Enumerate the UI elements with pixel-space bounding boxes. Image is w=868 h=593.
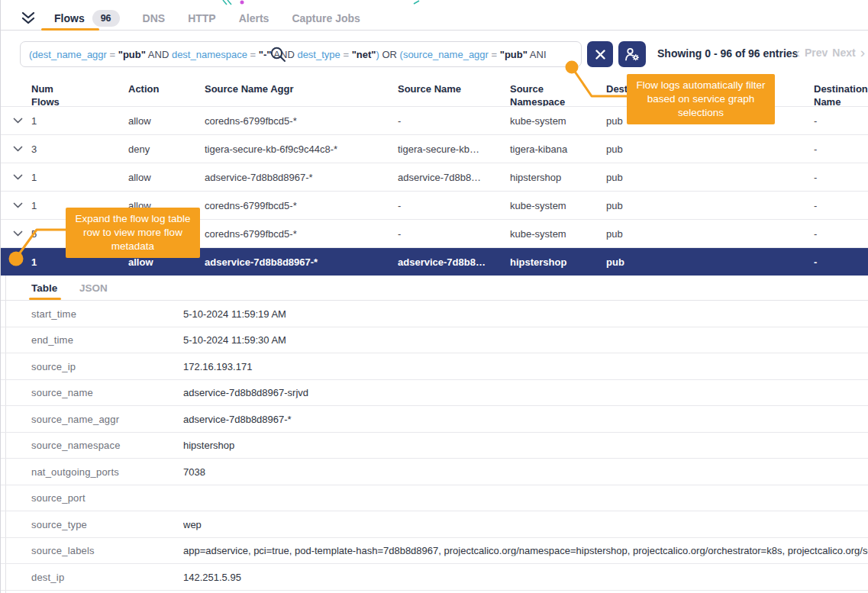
tab-dns[interactable]: DNS xyxy=(143,12,166,24)
query-token: dest_namespace xyxy=(172,49,247,60)
detail-value: 172.16.193.171 xyxy=(183,360,868,372)
query-token: AND xyxy=(148,49,169,60)
cell-destination-name: - xyxy=(814,115,817,127)
detail-tab-table[interactable]: Table xyxy=(31,282,57,294)
detail-row-source-name-aggr: source_name_aggradservice-7d8b8d8967-* xyxy=(1,406,868,433)
detail-key: end_time xyxy=(31,334,73,346)
cell-destination-name: - xyxy=(814,256,817,268)
tab-flows[interactable]: Flows96 xyxy=(54,10,120,27)
column-header-source-name: Source Name xyxy=(398,82,461,95)
detail-tabs: TableJSON xyxy=(1,276,868,301)
expand-row-icon[interactable] xyxy=(13,118,23,124)
cell-source-namespace: kube-system xyxy=(510,115,566,127)
tabs-container: Flows96DNSHTTPAlertsCapture Jobs xyxy=(54,10,383,27)
cell-source-name: - xyxy=(398,115,401,127)
search-icon[interactable] xyxy=(270,47,286,63)
tab-label: Capture Jobs xyxy=(292,12,360,24)
cell-dest-name-aggr: pub xyxy=(606,143,623,155)
filter-query-input[interactable]: (dest_name_aggr = "pub" AND dest_namespa… xyxy=(20,41,582,67)
next-button[interactable]: Next xyxy=(832,47,855,59)
detail-key: source_namespace xyxy=(31,440,121,451)
cell-source-name: adservice-7d8b8… xyxy=(398,256,486,268)
detail-tab-json[interactable]: JSON xyxy=(79,282,108,294)
flow-logs-tabbar: Flows96DNSHTTPAlertsCapture Jobs xyxy=(1,6,868,31)
clear-filter-button[interactable] xyxy=(587,41,613,67)
query-token: dest_name_aggr xyxy=(32,49,107,60)
detail-value: app=adservice, pci=true, pod-template-ha… xyxy=(183,545,868,556)
pagination: ‹ Prev Next › xyxy=(795,47,865,59)
query-token: "pub" xyxy=(500,49,528,60)
detail-key: source_type xyxy=(31,518,87,530)
detail-key: start_time xyxy=(31,308,76,319)
tab-http[interactable]: HTTP xyxy=(188,12,216,24)
cell-source-namespace: kube-system xyxy=(510,200,566,211)
query-token: dest_type xyxy=(297,49,340,60)
detail-row-nat-outgoing-ports: nat_outgoing_ports7038 xyxy=(1,459,868,485)
detail-key: source_name xyxy=(31,387,93,398)
next-angle-icon: › xyxy=(860,47,865,58)
detail-row-source-type: source_typewep xyxy=(1,511,868,538)
detail-row-source-namespace: source_namespacehipstershop xyxy=(1,433,868,459)
tab-alerts[interactable]: Alerts xyxy=(239,12,269,24)
cell-destination-name: - xyxy=(814,172,817,183)
detail-key: source_labels xyxy=(31,545,95,556)
expand-tip-callout: Expand the flow log table row to view mo… xyxy=(66,208,200,258)
cell-source-namespace: kube-system xyxy=(510,228,566,240)
cell-source-name: tigera-secure-kb… xyxy=(398,143,479,155)
detail-value: wep xyxy=(183,518,868,530)
collapse-panel-icon[interactable] xyxy=(21,11,36,25)
active-tab-underline xyxy=(41,28,99,31)
cell-destination-name: - xyxy=(814,228,817,240)
query-token: "-" xyxy=(259,49,272,60)
flow-row[interactable]: 3denytigera-secure-kb-6f9c9c44c8-*tigera… xyxy=(1,134,868,163)
expand-row-icon[interactable] xyxy=(13,174,23,180)
cell-source-name-aggr: coredns-6799fbcd5-* xyxy=(205,228,297,240)
cell-action: deny xyxy=(128,143,150,155)
detail-value: 5-10-2024 11:59:19 AM xyxy=(183,308,868,319)
cell-source-namespace: hipstershop xyxy=(510,172,561,183)
column-header-destination-name: Destination Name xyxy=(814,82,868,108)
cell-source-namespace: hipstershop xyxy=(510,256,566,268)
query-token: "net" xyxy=(352,49,376,60)
flows-count-badge: 96 xyxy=(92,10,120,27)
cell-destination-name: - xyxy=(814,200,817,211)
detail-value: adservice-7d8b8d8967-srjvd xyxy=(183,387,868,398)
showing-entries-text: Showing 0 - 96 of 96 entries xyxy=(657,47,798,60)
expand-row-icon[interactable] xyxy=(13,230,23,237)
query-token: = xyxy=(492,49,498,60)
query-token: = xyxy=(250,49,257,60)
query-token: "pub" xyxy=(118,49,146,60)
filter-tip-callout: Flow logs automatically filter based on … xyxy=(627,74,775,124)
query-token: = xyxy=(110,49,116,60)
detail-key: source_port xyxy=(31,492,86,504)
detail-key: nat_outgoing_ports xyxy=(31,466,119,477)
tab-capture-jobs[interactable]: Capture Jobs xyxy=(292,12,360,24)
cell-source-name: adservice-7d8b8… xyxy=(398,172,481,183)
column-header-source-name-aggr: Source Name Aggr xyxy=(205,82,294,95)
cell-source-name: - xyxy=(398,228,401,240)
cell-num-flows: 3 xyxy=(31,143,37,155)
expand-row-icon[interactable] xyxy=(13,146,23,152)
detail-key: source_name_aggr xyxy=(31,413,119,424)
cell-source-name-aggr: coredns-6799fbcd5-* xyxy=(205,200,297,211)
detail-value: adservice-7d8b8d8967-* xyxy=(183,413,868,424)
cell-dest-name-aggr: pub xyxy=(606,115,623,127)
expand-row-icon[interactable] xyxy=(13,202,23,208)
tab-label: DNS xyxy=(143,12,166,24)
cell-dest-name-aggr: pub xyxy=(606,172,623,183)
cell-source-name-aggr: adservice-7d8b8d8967-* xyxy=(205,256,318,268)
detail-row-source-name: source_nameadservice-7d8b8d8967-srjvd xyxy=(1,380,868,407)
column-header-source-namespace: Source Namespace xyxy=(510,82,586,108)
query-token: OR xyxy=(382,49,397,60)
detail-value: 5-10-2024 11:59:30 AM xyxy=(183,334,868,346)
detail-value: 142.251.5.95 xyxy=(183,571,868,582)
filter-query-text: (dest_name_aggr = "pub" AND dest_namespa… xyxy=(29,49,547,60)
column-header-num-flows: Num Flows xyxy=(31,82,68,108)
tab-label: Alerts xyxy=(239,12,269,24)
tab-label: HTTP xyxy=(188,12,216,24)
column-settings-button[interactable] xyxy=(618,41,646,67)
detail-value: hipstershop xyxy=(183,440,868,451)
cell-source-name: - xyxy=(398,200,401,211)
flow-row[interactable]: 1allowadservice-7d8b8d8967-*adservice-7d… xyxy=(1,163,868,191)
prev-button[interactable]: Prev xyxy=(805,47,828,59)
